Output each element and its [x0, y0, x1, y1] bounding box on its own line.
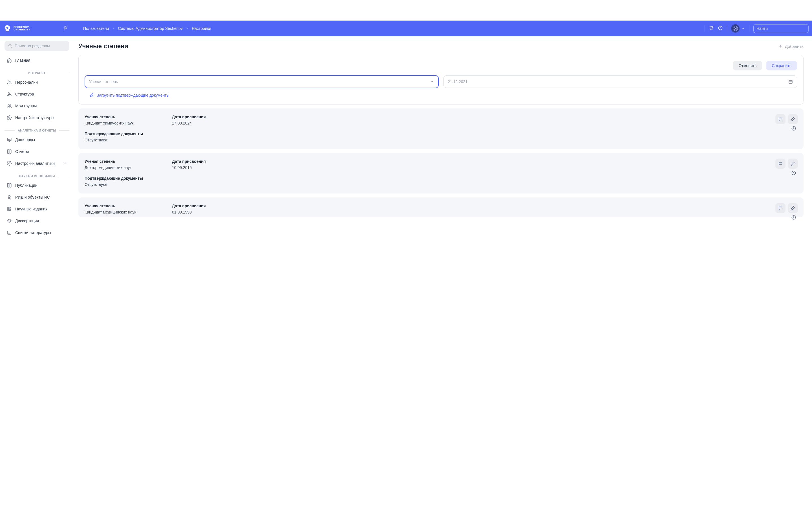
- sidebar-item-analytics-settings[interactable]: Настройки аналитики: [4, 158, 69, 169]
- date-value: 17.08.2024: [172, 121, 243, 125]
- svg-point-26: [8, 195, 10, 198]
- add-label: Добавить: [785, 44, 804, 49]
- save-button[interactable]: Сохранить: [766, 61, 797, 70]
- unpin-icon[interactable]: [63, 25, 68, 31]
- sidebar-item-bibliography[interactable]: Списки литературы: [4, 227, 69, 238]
- sidebar-search-input[interactable]: [15, 44, 66, 48]
- comment-icon: [778, 161, 783, 166]
- sidebar-item-dissertations[interactable]: Диссертации: [4, 215, 69, 227]
- date-label: Дата присвоения: [172, 159, 243, 164]
- breadcrumb-users[interactable]: Пользователи: [83, 26, 109, 31]
- sidebar-item-label: Мои группы: [15, 104, 37, 108]
- book-icon: [7, 149, 12, 154]
- upload-label: Загрузить подтверждающие документы: [97, 93, 169, 98]
- sidebar-item-label: Дашборды: [15, 137, 35, 142]
- user-menu[interactable]: [731, 24, 745, 33]
- edit-button[interactable]: [788, 203, 798, 213]
- sidebar-search[interactable]: [4, 41, 69, 51]
- sidebar-item-label: Настройки структуры: [15, 115, 54, 120]
- sidebar-item-reports[interactable]: Отчеты: [4, 146, 69, 158]
- avatar: [731, 24, 740, 33]
- plus-icon: [778, 44, 783, 48]
- chevron-down-icon: [741, 26, 745, 31]
- sidebar-item-home[interactable]: Главная: [4, 54, 69, 66]
- books-icon: [7, 207, 12, 212]
- svg-point-21: [8, 105, 9, 106]
- history-icon[interactable]: [791, 126, 796, 132]
- svg-point-8: [720, 29, 721, 29]
- global-search[interactable]: [753, 24, 809, 33]
- comment-button[interactable]: [775, 114, 785, 124]
- add-button[interactable]: Добавить: [778, 44, 804, 49]
- chevron-down-icon: [62, 161, 67, 166]
- search-icon: [8, 44, 12, 48]
- chevron-right-icon: [186, 27, 189, 30]
- history-icon[interactable]: [791, 215, 796, 221]
- sidebar-item-label: Публикации: [15, 183, 37, 187]
- svg-rect-35: [789, 80, 792, 83]
- edit-button[interactable]: [788, 159, 798, 169]
- calendar-icon: [788, 79, 793, 84]
- svg-rect-18: [9, 92, 10, 93]
- comment-button[interactable]: [775, 159, 785, 169]
- comment-button[interactable]: [775, 203, 785, 213]
- main-content: Ученые степени Добавить Отменить Сохрани…: [74, 36, 812, 243]
- logo-text: SECHENOV UNIVERSITY: [13, 26, 30, 31]
- date-input[interactable]: 21.12.2021: [444, 75, 797, 88]
- sidebar-item-structure[interactable]: Структура: [4, 88, 69, 100]
- chevron-right-icon: [112, 27, 115, 30]
- sidebar-item-dashboards[interactable]: Дашборды: [4, 134, 69, 146]
- comment-icon: [778, 206, 783, 210]
- degree-label: Ученая степень: [85, 159, 161, 164]
- divider: [705, 25, 705, 32]
- sidebar-group-analytics: АНАЛИТИКА И ОТЧЕТЫ: [4, 129, 69, 132]
- svg-point-4: [710, 26, 711, 27]
- breadcrumb-admin[interactable]: Системы Администратор Sechenov: [118, 26, 183, 31]
- sidebar-item-personnel[interactable]: Персоналии: [4, 76, 69, 88]
- breadcrumb-settings[interactable]: Настройки: [192, 26, 211, 31]
- upload-docs-link[interactable]: Загрузить подтверждающие документы: [85, 93, 797, 98]
- divider: [727, 25, 727, 32]
- svg-point-11: [735, 28, 735, 29]
- home-icon: [7, 58, 12, 63]
- paperclip-icon: [89, 93, 94, 98]
- edit-icon: [791, 206, 795, 210]
- settings-sliders-icon[interactable]: [709, 25, 714, 32]
- date-label: Дата присвоения: [172, 204, 243, 208]
- sidebar-item-publications[interactable]: Публикации: [4, 179, 69, 191]
- gear-icon: [7, 115, 12, 120]
- comment-icon: [778, 117, 783, 121]
- users-icon: [7, 80, 12, 85]
- sidebar-item-label: Отчеты: [15, 149, 29, 154]
- global-search-input[interactable]: [756, 26, 806, 31]
- svg-rect-20: [10, 95, 11, 96]
- logo[interactable]: SECHENOV UNIVERSITY: [3, 24, 33, 33]
- degree-select[interactable]: Ученая степень: [85, 75, 439, 88]
- sidebar-item-struct-settings[interactable]: Настройки структуры: [4, 112, 69, 124]
- degree-value: Кандидат медицинских наук: [85, 210, 161, 214]
- degree-value: Доктор медицинских наук: [85, 165, 161, 170]
- edit-icon: [791, 117, 795, 121]
- svg-rect-27: [8, 207, 8, 211]
- help-icon[interactable]: [718, 25, 723, 32]
- sidebar-item-groups[interactable]: Мои группы: [4, 100, 69, 112]
- svg-rect-19: [7, 95, 9, 96]
- sidebar-item-label: Диссертации: [15, 219, 39, 223]
- page-title: Ученые степени: [79, 43, 128, 50]
- date-label: Дата присвоения: [172, 115, 243, 119]
- svg-point-17: [10, 81, 11, 82]
- edit-button[interactable]: [788, 114, 798, 124]
- history-icon[interactable]: [791, 170, 796, 177]
- degree-placeholder: Ученая степень: [89, 79, 118, 84]
- sidebar-item-label: Персоналии: [15, 80, 38, 84]
- docs-label: Подтверждающие документы: [85, 131, 797, 136]
- sidebar-group-science: НАУКА И ИННОВАЦИИ: [4, 174, 69, 178]
- sidebar-item-sci-editions[interactable]: Научные издания: [4, 203, 69, 215]
- svg-point-14: [9, 45, 11, 47]
- docs-label: Подтверждающие документы: [85, 176, 797, 180]
- book-open-icon: [7, 183, 12, 188]
- svg-point-23: [9, 117, 10, 119]
- award-icon: [7, 194, 12, 200]
- cancel-button[interactable]: Отменить: [733, 61, 762, 70]
- sidebar-item-rid[interactable]: РИД и объекты ИС: [4, 191, 69, 203]
